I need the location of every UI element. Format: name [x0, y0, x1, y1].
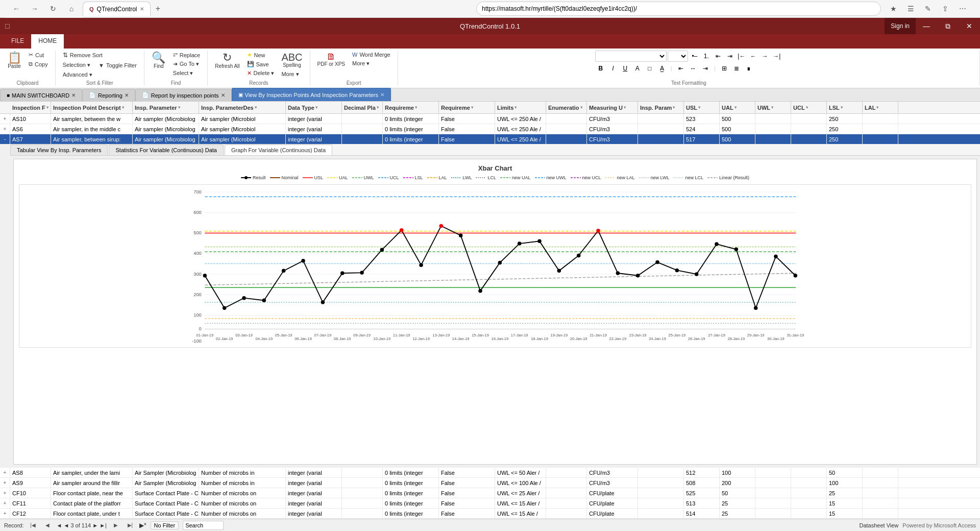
address-bar[interactable] — [476, 2, 881, 16]
col-header-insp-param[interactable]: Insp. Parameter ▾ — [133, 102, 199, 113]
url-input[interactable] — [482, 5, 788, 12]
replace-button[interactable]: ⥂ Replace — [170, 51, 203, 59]
doc-tab-reporting-close[interactable]: ✕ — [125, 92, 129, 98]
col-header-insp-param-desc[interactable]: Insp. ParameterDes ▾ — [199, 102, 286, 113]
text-effects-button[interactable]: A̲ — [656, 63, 668, 74]
refresh-button[interactable]: ↻ Refresh All — [212, 51, 242, 70]
sign-in-button[interactable]: Sign in — [885, 18, 916, 34]
new-tab-button[interactable]: + — [152, 3, 164, 15]
underline-button[interactable]: U — [620, 63, 631, 74]
prev-record-button[interactable]: ◀ — [42, 521, 53, 530]
expand-cf12[interactable]: + — [0, 509, 10, 519]
col-header-limits[interactable]: Limits ▾ — [495, 102, 546, 113]
table-row-as8[interactable]: + AS8 Air sampler, under the lami Air Sa… — [0, 468, 980, 478]
find-button[interactable]: 🔍 Find — [149, 51, 169, 70]
col-header-lsl[interactable]: LSL ▾ — [827, 102, 863, 113]
doc-tab-inspection-points[interactable]: 📄 Report by inspection points ✕ — [135, 89, 232, 101]
app-close-button[interactable]: ✕ — [959, 18, 980, 34]
expand-as6[interactable]: + — [0, 124, 10, 134]
expand-as9[interactable]: + — [0, 478, 10, 488]
delete-button[interactable]: ✕ Delete ▾ — [244, 69, 278, 78]
sub-tab-graph[interactable]: Graph For Variable (Continuous) Data — [225, 144, 332, 155]
col-header-req2[interactable]: Requireme ▾ — [439, 102, 495, 113]
more-records-button[interactable]: More ▾ — [278, 70, 305, 79]
doc-tab-switchboard-close[interactable]: ✕ — [71, 92, 76, 98]
spelling-button[interactable]: ABC Spelling — [278, 51, 305, 69]
more-button[interactable]: ⋯ — [955, 2, 970, 16]
copy-button[interactable]: ⧉ Copy — [26, 60, 51, 68]
last-button[interactable]: →| — [771, 51, 782, 61]
select-button[interactable]: Select ▾ — [170, 69, 203, 78]
next-record-button[interactable]: ▶ — [111, 521, 121, 530]
col-header-usl[interactable]: USL ▾ — [684, 102, 720, 113]
doc-tab-reporting[interactable]: 📄 Reporting ✕ — [82, 89, 135, 101]
col-header-inspection-f[interactable]: Inspection F ▾ — [10, 102, 51, 113]
col-header-uwl[interactable]: UWL ▾ — [755, 102, 791, 113]
align-center-button[interactable]: ↔ — [688, 63, 699, 74]
font-family-select[interactable] — [595, 51, 667, 62]
bold-button[interactable]: B — [595, 63, 606, 74]
sub-tab-statistics[interactable]: Statistics For Variable (Continuous) Dat… — [109, 144, 224, 155]
app-restore-button[interactable]: ⧉ — [937, 18, 959, 34]
new-button[interactable]: ★ New — [244, 51, 278, 59]
table-row-cf11[interactable]: + CF11 Contact plate of the platforr Sur… — [0, 498, 980, 509]
home-button[interactable]: ⌂ — [64, 2, 79, 16]
toggle-filter-button[interactable]: ▼ Toggle Filter — [95, 61, 140, 69]
ribbon-tab-file[interactable]: FILE — [4, 34, 31, 49]
col-header-decimal[interactable]: Decimal Pla ▾ — [342, 102, 383, 113]
italic-button[interactable]: I — [607, 63, 619, 74]
search-input[interactable] — [183, 521, 224, 530]
doc-tab-view-close[interactable]: ✕ — [380, 92, 384, 98]
favorites-button[interactable]: ★ — [886, 2, 900, 16]
expand-as7[interactable]: - — [0, 134, 10, 144]
col-header-data-type[interactable]: Data Type ▾ — [286, 102, 342, 113]
table-row-cf12[interactable]: + CF12 Floor contact plate, under t Surf… — [0, 509, 980, 519]
refresh-button[interactable]: ↻ — [46, 2, 60, 16]
bullet-list-button[interactable]: •– — [689, 51, 700, 61]
share-button[interactable]: ⇪ — [938, 2, 952, 16]
pdf-button[interactable]: 🗎 PDF or XPS — [314, 51, 348, 68]
tab-close-button[interactable]: ✕ — [140, 6, 144, 12]
browser-tab-qtrendcontrol[interactable]: Q QTrendControl ✕ — [83, 2, 151, 16]
goto-button[interactable]: ➜ Go To ▾ — [170, 60, 203, 68]
ribbon-tab-home[interactable]: HOME — [31, 34, 64, 49]
col-header-enum[interactable]: Enumeratio ▾ — [546, 102, 587, 113]
col-header-ucl[interactable]: UCL ▾ — [791, 102, 827, 113]
align-right-button[interactable]: ⇥ — [700, 63, 711, 74]
next-button[interactable]: → — [760, 51, 771, 61]
advanced-button[interactable]: Advanced ▾ — [60, 70, 95, 79]
number-list-button[interactable]: 1. — [701, 51, 712, 61]
col-header-lal[interactable]: LAL ▾ — [863, 102, 898, 113]
expand-as10[interactable]: + — [0, 114, 10, 124]
col-header-insp-param2[interactable]: Insp. Param ▾ — [638, 102, 684, 113]
first-button[interactable]: |← — [736, 51, 747, 61]
table-row-as7[interactable]: - AS7 Air sampler, between sirup: Air sa… — [0, 134, 980, 144]
table-row-as9[interactable]: + AS9 Air sampler around the fillir Air … — [0, 478, 980, 488]
remove-sort-button[interactable]: ⇅ Remove Sort — [60, 51, 106, 60]
align-left-button[interactable]: ⇤ — [675, 63, 687, 74]
grid-button[interactable]: ⊞ — [719, 63, 730, 74]
paste-button[interactable]: 📋 Paste — [4, 51, 24, 70]
last-record-button[interactable]: ▶| — [125, 521, 135, 530]
sub-tab-tabular[interactable]: Tabular View By Insp. Parameters — [10, 144, 108, 155]
first-record-button[interactable]: |◀ — [28, 521, 38, 530]
col-header-insp-desc[interactable]: Inspection Point Descript ▾ — [51, 102, 133, 113]
doc-tab-inspection-points-close[interactable]: ✕ — [221, 92, 225, 98]
app-minimize-button[interactable]: — — [916, 18, 937, 34]
expand-as8[interactable]: + — [0, 468, 10, 478]
format-button[interactable]: ∎ — [743, 63, 754, 74]
hub-button[interactable]: ☰ — [903, 2, 918, 16]
indent-increase-button[interactable]: ⇥ — [724, 51, 736, 61]
expand-cf10[interactable]: + — [0, 488, 10, 498]
font-color-button[interactable]: A — [632, 63, 643, 74]
selection-button[interactable]: Selection ▾ — [60, 61, 93, 69]
save-button[interactable]: 💾 Save — [244, 60, 278, 68]
doc-tab-switchboard[interactable]: ■ MAIN SWITCHBOARD ✕ — [0, 89, 82, 101]
back-button[interactable]: ← — [9, 2, 23, 16]
row-height-button[interactable]: ≣ — [731, 63, 742, 74]
new-record-button[interactable]: ▶* — [139, 522, 146, 529]
col-header-ual[interactable]: UAL ▾ — [720, 102, 755, 113]
table-row-as6[interactable]: + AS6 Air sampler, in the middle c Air s… — [0, 124, 980, 134]
forward-button[interactable]: → — [28, 2, 42, 16]
col-header-meas[interactable]: Measuring U ▾ — [587, 102, 638, 113]
